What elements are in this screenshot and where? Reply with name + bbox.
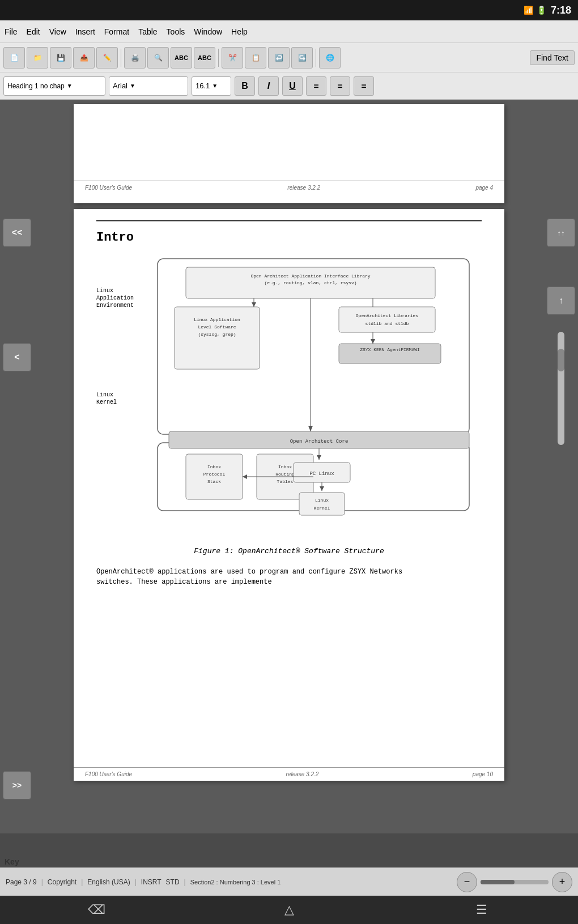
page2-footer-center: release 3.2.2 bbox=[286, 771, 319, 777]
body-text: OpenArchitect® applications are used to … bbox=[96, 567, 482, 587]
menu-tools[interactable]: Tools bbox=[167, 27, 185, 36]
size-dropdown[interactable]: 16.1 ▼ bbox=[192, 76, 231, 96]
redo-btn[interactable]: ↪️ bbox=[291, 47, 313, 69]
main-document-area: << < ↑↑ ↑ F100 User's Guide release 3.2.… bbox=[0, 100, 578, 833]
svg-text:Inbox: Inbox bbox=[278, 464, 292, 469]
prev-pages-button[interactable]: << bbox=[3, 219, 31, 247]
diagram-area: Linux Application Environment Linux Kern… bbox=[96, 256, 482, 536]
style-dropdown-arrow: ▼ bbox=[67, 83, 73, 89]
copyright-status: Copyright bbox=[48, 878, 76, 886]
toolbar-sep-2 bbox=[218, 49, 219, 67]
italic-button[interactable]: I bbox=[258, 76, 279, 96]
svg-marker-36 bbox=[320, 486, 324, 491]
section-status: Section2 : Numbering 3 : Level 1 bbox=[190, 879, 281, 886]
open-btn[interactable]: 📁 bbox=[27, 47, 48, 69]
scrollbar-thumb[interactable] bbox=[558, 349, 564, 371]
scroll-up-button[interactable]: ↑↑ bbox=[547, 219, 575, 247]
svg-text:Routing: Routing bbox=[275, 472, 295, 477]
svg-text:(syslog, grep): (syslog, grep) bbox=[198, 332, 236, 337]
print-btn[interactable]: 🖨️ bbox=[124, 47, 146, 69]
page-1-content bbox=[74, 104, 504, 181]
export-btn[interactable]: 📤 bbox=[73, 47, 95, 69]
zoom-btn[interactable]: 🔍 bbox=[147, 47, 169, 69]
page2-footer-right: page 10 bbox=[473, 771, 493, 777]
svg-text:(e.g., routing, vlan, ctrl, rs: (e.g., routing, vlan, ctrl, rsysv) bbox=[264, 280, 356, 285]
autocorrect-btn[interactable]: ABC bbox=[194, 47, 215, 69]
menu-file[interactable]: File bbox=[5, 27, 18, 36]
key-label: Key bbox=[5, 857, 19, 866]
menu-table[interactable]: Table bbox=[138, 27, 157, 36]
style-dropdown[interactable]: Heading 1 no chap ▼ bbox=[3, 76, 105, 96]
bottom-status-bar: Page 3 / 9 | Copyright | English (USA) |… bbox=[0, 867, 578, 896]
zoom-in-button[interactable]: + bbox=[552, 872, 572, 892]
svg-text:Level Software: Level Software bbox=[198, 324, 236, 330]
right-nav-controls: ↑↑ ↑ bbox=[544, 100, 578, 833]
prev-page-button[interactable]: < bbox=[3, 343, 31, 371]
menu-help[interactable]: Help bbox=[231, 27, 248, 36]
scroll-up-one-button[interactable]: ↑ bbox=[547, 286, 575, 315]
underline-button[interactable]: U bbox=[282, 76, 303, 96]
svg-marker-18 bbox=[252, 302, 256, 307]
copy-btn[interactable]: 📋 bbox=[245, 47, 266, 69]
svg-rect-21 bbox=[186, 454, 243, 499]
zoom-bar[interactable] bbox=[481, 880, 549, 884]
status-time: 7:18 bbox=[551, 5, 571, 16]
svg-text:Protocol: Protocol bbox=[203, 472, 226, 477]
env-labels: Linux Application Environment Linux Kern… bbox=[96, 256, 147, 536]
page-2: Intro Linux Application Environment Linu… bbox=[74, 209, 504, 781]
align-center-button[interactable]: ≡ bbox=[330, 76, 350, 96]
font-dropdown-arrow: ▼ bbox=[130, 83, 135, 89]
pages-container: F100 User's Guide release 3.2.2 page 4 I… bbox=[34, 100, 544, 833]
style-value: Heading 1 no chap bbox=[7, 82, 65, 90]
svg-marker-42 bbox=[243, 474, 247, 479]
figure-caption: Figure 1: OpenArchitect® Software Struct… bbox=[96, 547, 482, 555]
zoom-out-button[interactable]: − bbox=[457, 872, 477, 892]
page-1: F100 User's Guide release 3.2.2 page 4 bbox=[74, 104, 504, 203]
section-title: Intro bbox=[96, 230, 482, 245]
zoom-controls: − + bbox=[457, 872, 572, 892]
menu-edit[interactable]: Edit bbox=[27, 27, 40, 36]
left-nav-controls: << < bbox=[0, 100, 34, 833]
spellcheck-btn[interactable]: ABC bbox=[171, 47, 192, 69]
menu-format[interactable]: Format bbox=[104, 27, 129, 36]
home-button[interactable]: △ bbox=[272, 902, 306, 917]
underline-icon: U bbox=[289, 81, 296, 91]
align-left-button[interactable]: ≡ bbox=[306, 76, 326, 96]
cut-btn[interactable]: ✂️ bbox=[222, 47, 243, 69]
svg-text:Tables: Tables bbox=[277, 479, 294, 484]
svg-rect-9 bbox=[175, 307, 260, 369]
linux-app-env-label: Linux Application Environment bbox=[96, 287, 147, 309]
menu-window[interactable]: Window bbox=[194, 27, 222, 36]
svg-rect-37 bbox=[299, 493, 345, 515]
menu-insert[interactable]: Insert bbox=[75, 27, 95, 36]
svg-marker-19 bbox=[371, 339, 375, 344]
status-bar: 📶 🔋 7:18 bbox=[0, 0, 578, 20]
svg-text:Inbox: Inbox bbox=[207, 464, 221, 469]
find-text-button[interactable]: Find Text bbox=[530, 50, 575, 65]
save-btn[interactable]: 💾 bbox=[50, 47, 71, 69]
menu-bar: File Edit View Insert Format Table Tools… bbox=[0, 20, 578, 43]
page-2-main: Intro Linux Application Environment Linu… bbox=[74, 209, 504, 718]
link-btn[interactable]: 🌐 bbox=[319, 47, 341, 69]
back-button[interactable]: ⌫ bbox=[79, 902, 113, 917]
font-dropdown[interactable]: Arial ▼ bbox=[109, 76, 188, 96]
signal-icon: 📶 bbox=[524, 6, 533, 15]
page-indicator: Page 3 / 9 bbox=[6, 878, 37, 886]
align-right-button[interactable]: ≡ bbox=[354, 76, 374, 96]
language-status: English (USA) bbox=[87, 878, 130, 886]
menu-view[interactable]: View bbox=[49, 27, 66, 36]
size-dropdown-arrow: ▼ bbox=[212, 83, 218, 89]
page-1-footer: F100 User's Guide release 3.2.2 page 4 bbox=[74, 181, 504, 194]
format-bar: Heading 1 no chap ▼ Arial ▼ 16.1 ▼ B I U… bbox=[0, 72, 578, 100]
new-doc-btn[interactable]: 📄 bbox=[3, 47, 25, 69]
bold-button[interactable]: B bbox=[235, 76, 255, 96]
svg-marker-32 bbox=[317, 455, 321, 460]
edit-btn[interactable]: ✏️ bbox=[96, 47, 118, 69]
svg-rect-4 bbox=[339, 307, 435, 332]
scrollbar-track[interactable] bbox=[558, 332, 564, 445]
page1-footer-right: page 4 bbox=[475, 185, 493, 191]
undo-btn[interactable]: ↩️ bbox=[268, 47, 290, 69]
recents-button[interactable]: ☰ bbox=[465, 902, 499, 917]
toolbar: 📄 📁 💾 📤 ✏️ 🖨️ 🔍 ABC ABC ✂️ 📋 ↩️ ↪️ 🌐 Fin… bbox=[0, 43, 578, 72]
svg-text:OpenArchitect Libraries: OpenArchitect Libraries bbox=[356, 313, 419, 318]
